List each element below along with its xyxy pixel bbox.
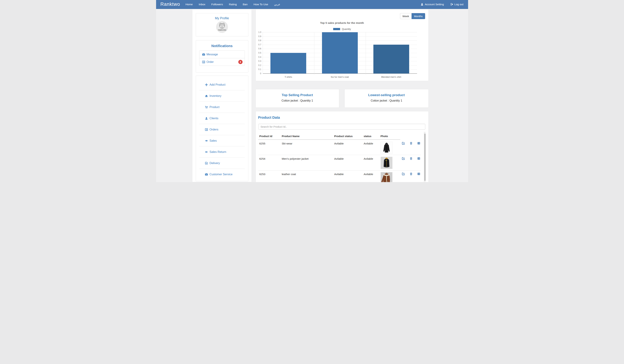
notification-order[interactable]: Order 3 xyxy=(199,58,245,66)
notification-order-label: Order xyxy=(207,60,214,64)
sidebar-item-inventory[interactable]: Inventory xyxy=(196,90,248,101)
y-axis-label: 0.8 xyxy=(256,39,261,42)
nav-item-ban[interactable]: Ban xyxy=(240,0,251,9)
column-header-photo: Photo xyxy=(381,135,388,138)
envelope-icon xyxy=(202,53,205,56)
envelope-icon xyxy=(205,173,208,176)
sidebar-item-clients[interactable]: Clients xyxy=(196,113,248,124)
sidebar-item-orders[interactable]: Orders xyxy=(196,124,248,135)
user-icon xyxy=(420,3,423,6)
svg-text:TIGER EYES: TIGER EYES xyxy=(218,29,226,31)
y-axis-label: 0.3 xyxy=(256,60,261,62)
delete-icon[interactable] xyxy=(410,172,413,175)
y-axis-label: 0.4 xyxy=(256,56,261,58)
edit-icon[interactable] xyxy=(402,142,405,145)
cell-product-id: 6255 xyxy=(260,142,265,145)
table-scrollbar[interactable] xyxy=(424,132,426,182)
column-header-product-id: Product Id xyxy=(260,135,272,138)
product-data-title: Product Data xyxy=(258,115,280,120)
y-axis-label: 0.5 xyxy=(256,52,261,54)
product-photo-black-puffer-jacket xyxy=(381,157,392,169)
sidebar-item-add-product[interactable]: Add Product xyxy=(196,79,248,90)
cell-status: Avilable xyxy=(364,173,373,176)
sidebar-menu-card: Add Product Inventory Product Clients Or… xyxy=(196,76,248,181)
chart-bar xyxy=(373,45,409,73)
arrow-left-icon xyxy=(205,150,208,154)
details-icon[interactable] xyxy=(417,157,420,160)
nav-right: Account Setting Log out xyxy=(420,0,463,9)
x-axis-label: T-shirts xyxy=(269,76,308,78)
chart-bar xyxy=(322,32,358,73)
sidebar-item-customer-service[interactable]: Customer Service xyxy=(196,169,248,180)
lowest-selling-card: Lowest-selling product Cotton jacket : Q… xyxy=(344,89,429,108)
x-axis-label: Blended men's shirt xyxy=(372,76,411,78)
x-axis-label: fox fur men's coat xyxy=(321,76,359,78)
top-selling-value: Cotton jacket : Quantity 1 xyxy=(256,99,339,102)
nav-item-home[interactable]: Home xyxy=(182,0,196,9)
account-setting-label: Account Setting xyxy=(425,3,444,6)
scrollbar-thumb[interactable] xyxy=(424,134,426,181)
list-icon xyxy=(202,60,205,64)
search-input[interactable] xyxy=(258,124,425,130)
details-icon[interactable] xyxy=(417,172,420,175)
row-actions xyxy=(402,142,420,145)
sidebar-item-delivery[interactable]: Delivery xyxy=(196,158,248,169)
chart-bar xyxy=(270,53,306,73)
row-actions xyxy=(402,157,420,160)
nav-item-how-to-use[interactable]: How To Use xyxy=(251,0,271,9)
brand-logo[interactable]: Ranktwo xyxy=(160,1,180,7)
cell-product-id: 6254 xyxy=(260,157,265,160)
cell-product-name: leather coat xyxy=(282,173,296,176)
user-icon xyxy=(205,117,208,120)
y-axis-line xyxy=(263,32,263,73)
logout-button[interactable]: Log out xyxy=(450,0,464,9)
sidebar-item-product[interactable]: Product xyxy=(196,102,248,113)
product-data-card: Product Data Product Id Product Name Pro… xyxy=(256,111,429,182)
lowest-selling-title: Lowest-selling product xyxy=(345,93,428,97)
row-divider xyxy=(258,155,421,155)
row-divider xyxy=(258,170,421,171)
delete-icon[interactable] xyxy=(410,157,413,160)
y-axis-label: 1.0 xyxy=(256,31,261,33)
notification-message[interactable]: Message xyxy=(199,51,245,58)
column-header-product-name: Product Name xyxy=(282,135,300,138)
nav-item-rating[interactable]: Rating xyxy=(226,0,240,9)
table-header-divider xyxy=(258,139,400,140)
cell-product-status: Avilable xyxy=(334,157,344,160)
top-selling-title: Top Selling Product xyxy=(256,93,339,97)
notifications-card: Notifications Message Order 3 xyxy=(196,40,248,72)
gridline xyxy=(314,32,314,75)
cell-status: Avilable xyxy=(364,157,373,160)
y-axis-label: 0.9 xyxy=(256,35,261,38)
y-axis-label: 0.1 xyxy=(256,68,261,70)
sidebar-item-sales[interactable]: Sales xyxy=(196,135,248,146)
edit-icon[interactable] xyxy=(402,172,405,175)
y-axis-label: 0.6 xyxy=(256,47,261,50)
cell-product-status: Avilable xyxy=(334,142,344,145)
home-icon xyxy=(205,94,208,97)
cell-product-id: 6253 xyxy=(260,173,265,176)
account-setting-button[interactable]: Account Setting xyxy=(420,0,444,9)
top-navbar: Ranktwo Home Inbox Followers Rating Ban … xyxy=(156,0,468,9)
sales-chart-card: Week Months Top 5 sales products for the… xyxy=(256,9,429,81)
cell-product-name: Ski-wear xyxy=(282,142,292,145)
column-header-product-status: Product status xyxy=(334,135,353,138)
notification-message-label: Message xyxy=(207,53,218,56)
cart-icon xyxy=(205,106,208,109)
nav-item-inbox[interactable]: Inbox xyxy=(196,0,208,9)
edit-icon[interactable] xyxy=(402,157,405,160)
avatar[interactable]: TIGER EYES xyxy=(216,21,228,33)
row-actions xyxy=(402,172,420,175)
order-count-badge: 3 xyxy=(238,60,243,64)
check-square-icon xyxy=(205,162,208,165)
arrow-right-icon xyxy=(205,139,208,142)
details-icon[interactable] xyxy=(417,142,420,145)
my-profile-link[interactable]: My Profile xyxy=(196,17,248,20)
notifications-title: Notifications xyxy=(196,44,248,48)
sidebar-item-sales-return[interactable]: Sales Return xyxy=(196,146,248,158)
nav-item-followers[interactable]: Followers xyxy=(208,0,226,9)
delete-icon[interactable] xyxy=(410,142,413,145)
nav-menu: Home Inbox Followers Rating Ban How To U… xyxy=(182,0,283,9)
logout-icon xyxy=(450,3,453,6)
nav-item-arabic[interactable]: عربي xyxy=(271,0,283,9)
